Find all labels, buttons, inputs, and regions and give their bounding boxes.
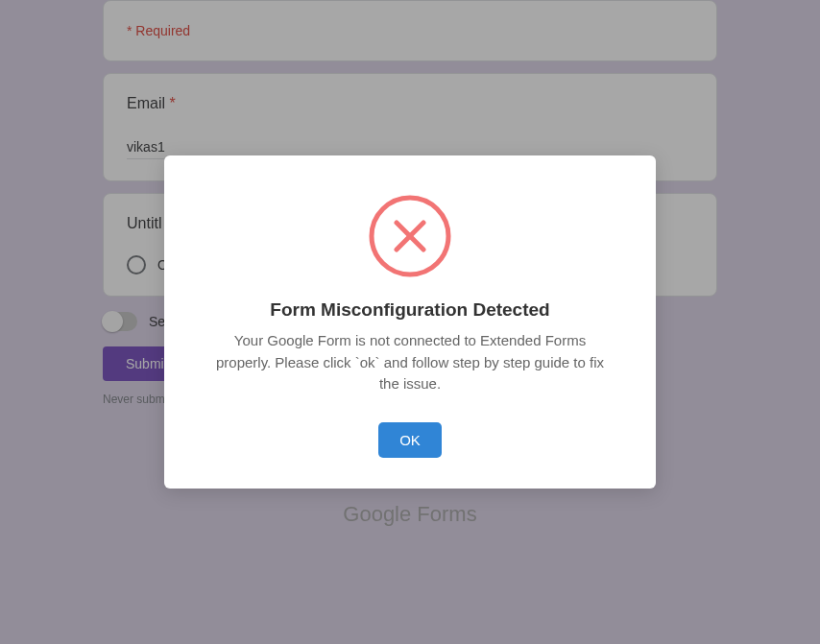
modal-overlay: Form Misconfiguration Detected Your Goog… [0, 0, 820, 644]
modal-body: Your Google Form is not connected to Ext… [199, 330, 621, 395]
modal-title: Form Misconfiguration Detected [199, 299, 621, 321]
error-modal: Form Misconfiguration Detected Your Goog… [164, 155, 656, 489]
error-icon [368, 194, 452, 278]
ok-button[interactable]: OK [378, 422, 442, 458]
